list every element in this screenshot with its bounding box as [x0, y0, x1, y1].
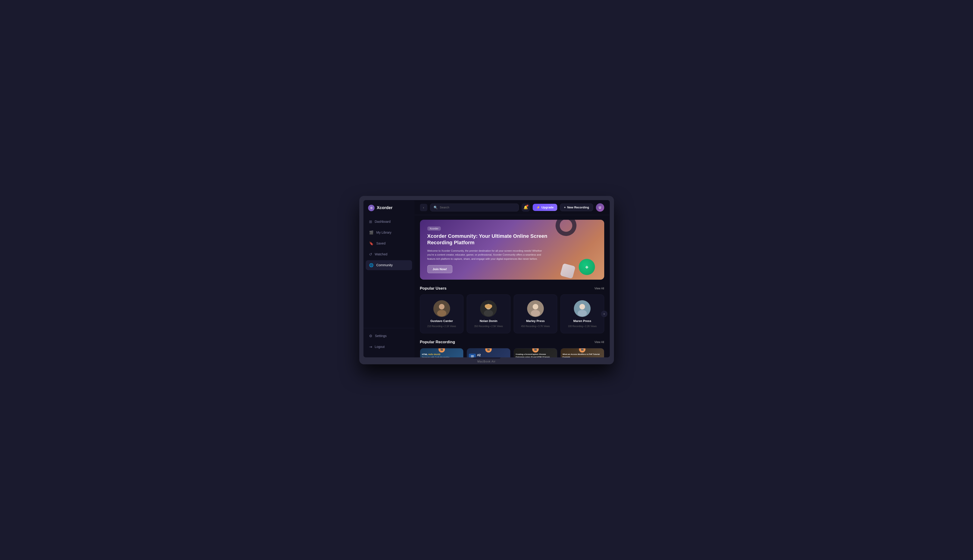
library-icon: 🎬	[369, 230, 374, 235]
svg-point-1	[439, 304, 445, 310]
sidebar-item-label: Settings	[375, 334, 387, 338]
screen: ⊙ Xcorder ⊞ Dashboard 🎬 My Library 🔖 Sav…	[363, 200, 610, 357]
user-stats: 456 Recording • 3.7K Views	[521, 325, 550, 328]
avatar[interactable]: U	[596, 203, 604, 212]
notification-dot	[527, 205, 528, 207]
upgrade-button[interactable]: ⚡ Upgrade	[533, 204, 557, 211]
user-name: Marley Press	[526, 319, 545, 323]
new-recording-button[interactable]: + New Recording	[560, 203, 593, 211]
sidebar-item-community[interactable]: 🌐 Community	[366, 260, 412, 270]
user-card-gustavo[interactable]: Gustavo Carder 210 Recording • 2.1K View…	[420, 295, 464, 333]
sidebar-item-watched[interactable]: ↺ Watched	[366, 249, 412, 259]
logo-icon: ⊙	[368, 205, 374, 211]
shape-green	[579, 259, 595, 275]
svg-point-8	[533, 304, 538, 310]
sidebar-item-label: Community	[376, 263, 393, 267]
recording-card-php[interactable]: 🎬 What are Access Modifiers in PHP Tutor…	[560, 348, 604, 357]
popular-recordings-view-all[interactable]: View All	[595, 340, 604, 344]
user-name: Maren Press	[573, 319, 591, 323]
laptop-label: MacBook Air	[477, 360, 495, 363]
sidebar-item-my-library[interactable]: 🎬 My Library	[366, 228, 412, 238]
user-avatar-maren	[574, 300, 590, 317]
sidebar-item-settings[interactable]: ⚙ Settings	[366, 331, 412, 341]
sidebar-item-logout[interactable]: ⇥ Logout	[366, 342, 412, 352]
header: ‹ 🔍 🔔 ⚡ Upgrade +	[415, 200, 610, 215]
svg-point-11	[579, 304, 585, 310]
join-now-button[interactable]: Join Now!	[427, 265, 452, 273]
saved-icon: 🔖	[369, 241, 374, 246]
search-bar: 🔍	[430, 203, 519, 212]
hero-description: Welcome to Xcorder Community, the premie…	[427, 249, 548, 261]
sidebar-item-label: Saved	[376, 242, 386, 245]
search-icon: 🔍	[434, 206, 438, 209]
popular-users-view-all[interactable]: View All	[595, 287, 604, 290]
settings-icon: ⚙	[369, 334, 372, 338]
user-name: Nolan Donin	[480, 319, 498, 323]
user-name: Gustavo Carder	[430, 319, 453, 323]
hero-banner: Xcorder Xcorder Community: Your Ultimate…	[420, 220, 604, 280]
back-icon: ‹	[423, 206, 424, 209]
laptop-notch	[473, 357, 500, 359]
user-avatar-gustavo	[433, 300, 450, 317]
logout-icon: ⇥	[369, 345, 372, 349]
sidebar: ⊙ Xcorder ⊞ Dashboard 🎬 My Library 🔖 Sav…	[363, 200, 415, 357]
svg-point-12	[578, 310, 587, 317]
search-input[interactable]	[440, 206, 515, 209]
watched-icon: ↺	[369, 252, 372, 257]
sidebar-item-label: Logout	[375, 345, 385, 348]
upgrade-icon: ⚡	[537, 206, 540, 209]
users-next-button[interactable]: ›	[601, 311, 607, 317]
main-content: Xcorder Xcorder Community: Your Ultimate…	[415, 215, 610, 357]
user-card-maren[interactable]: Maren Press 100 Recording • 2.2K Views	[560, 295, 604, 333]
svg-point-9	[531, 310, 540, 317]
user-stats: 350 Recording • 2.5K Views	[474, 325, 503, 328]
popular-recordings-section-header: Popular Recording View All	[420, 340, 604, 344]
back-button[interactable]: ‹	[420, 204, 427, 211]
popular-recordings-title: Popular Recording	[420, 340, 455, 344]
sidebar-bottom: ⚙ Settings ⇥ Logout	[363, 328, 415, 353]
sidebar-nav: ⊞ Dashboard 🎬 My Library 🔖 Saved ↺ Watch…	[363, 217, 415, 328]
recording-card-html[interactable]: 🎬 HTML Hello World! Program with Code Ex…	[420, 348, 464, 357]
laptop-bottom-bar: MacBook Air	[363, 359, 610, 364]
users-grid: Gustavo Carder 210 Recording • 2.1K View…	[420, 295, 604, 333]
community-icon: 🌐	[369, 263, 374, 267]
user-avatar-marley	[527, 300, 544, 317]
app-container: ⊙ Xcorder ⊞ Dashboard 🎬 My Library 🔖 Sav…	[363, 200, 610, 357]
new-recording-label: New Recording	[567, 206, 589, 209]
user-stats: 210 Recording • 2.1K Views	[427, 325, 456, 328]
recording-card-js[interactable]: 🎬 Creating a ScreenCapture Chrome Extens…	[514, 348, 557, 357]
user-stats: 100 Recording • 2.2K Views	[568, 325, 597, 328]
user-card-nolan[interactable]: Nolan Donin 350 Recording • 2.5K Views	[467, 295, 510, 333]
recording-card-css[interactable]: 🎬 ☰ #2 CSS	[467, 348, 510, 357]
laptop-frame: ⊙ Xcorder ⊞ Dashboard 🎬 My Library 🔖 Sav…	[359, 196, 614, 364]
sidebar-item-dashboard[interactable]: ⊞ Dashboard	[366, 217, 412, 227]
hero-badge: Xcorder	[427, 227, 441, 231]
user-card-marley[interactable]: Marley Press 456 Recording • 3.7K Views	[514, 295, 557, 333]
sidebar-item-saved[interactable]: 🔖 Saved	[366, 238, 412, 248]
app-name: Xcorder	[377, 205, 393, 210]
bell-button[interactable]: 🔔	[522, 203, 530, 212]
svg-rect-5	[485, 304, 492, 308]
user-avatar-nolan	[480, 300, 497, 317]
svg-point-2	[437, 310, 446, 317]
sidebar-item-label: My Library	[376, 231, 391, 234]
dashboard-icon: ⊞	[369, 220, 372, 224]
svg-point-6	[484, 310, 493, 317]
sidebar-item-label: Dashboard	[375, 220, 391, 223]
hero-title: Xcorder Community: Your Ultimate Online …	[427, 233, 566, 246]
recordings-grid: 🎬 HTML Hello World! Program with Code Ex…	[420, 348, 604, 357]
sidebar-logo: ⊙ Xcorder	[363, 205, 415, 217]
plus-icon: +	[564, 206, 566, 209]
avatar-placeholder: U	[596, 203, 604, 212]
upgrade-label: Upgrade	[542, 206, 554, 209]
popular-users-title: Popular Users	[420, 286, 446, 291]
popular-users-section-header: Popular Users View All	[420, 286, 604, 291]
sidebar-item-label: Watched	[375, 252, 388, 256]
shape-cube	[560, 263, 575, 279]
